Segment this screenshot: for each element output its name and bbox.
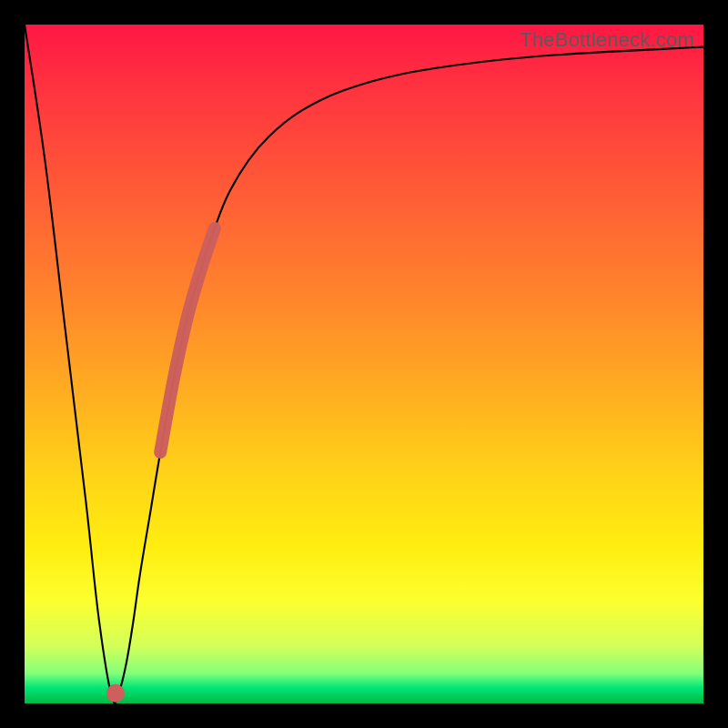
highlight-dot bbox=[106, 684, 125, 703]
plot-area: TheBottleneck.com bbox=[25, 25, 703, 703]
highlight-segment bbox=[160, 228, 215, 452]
chart-frame: TheBottleneck.com bbox=[0, 0, 728, 728]
watermark-text: TheBottleneck.com bbox=[520, 28, 694, 52]
curve-layer bbox=[25, 25, 703, 703]
bottleneck-curve bbox=[25, 25, 703, 703]
